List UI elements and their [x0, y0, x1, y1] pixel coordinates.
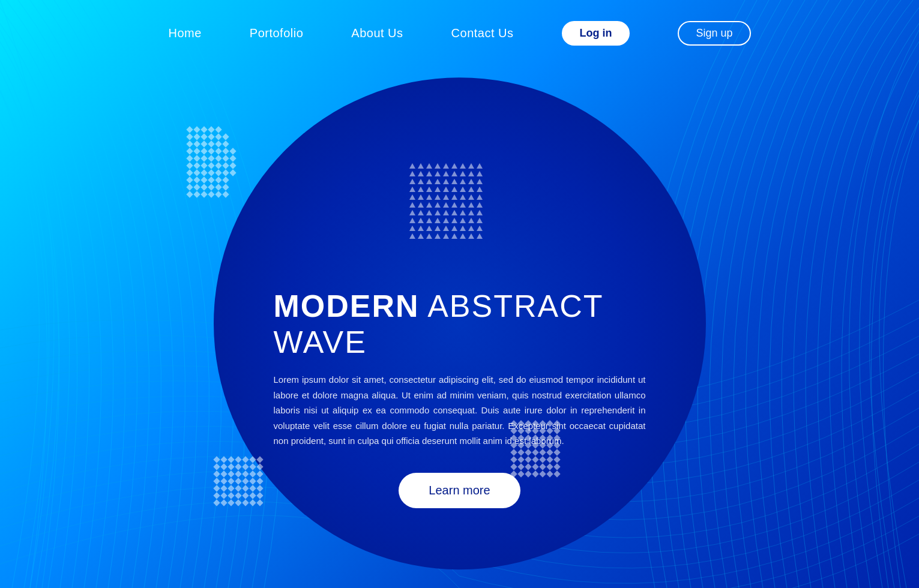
nav-portfolio[interactable]: Portofolio — [250, 26, 304, 40]
hero-body: Lorem ipsum dolor sit amet, consectetur … — [274, 372, 646, 449]
nav-about[interactable]: About Us — [351, 26, 403, 40]
nav-contact[interactable]: Contact Us — [451, 26, 514, 40]
dots-bottom-left: (function() { const container = document… — [213, 456, 264, 506]
hero-content: MODERN ABSTRACT WAVE Lorem ipsum dolor s… — [274, 288, 646, 508]
nav-home[interactable]: Home — [168, 26, 201, 40]
login-button[interactable]: Log in — [562, 21, 630, 46]
hero-title: MODERN ABSTRACT WAVE — [274, 288, 646, 360]
signup-button[interactable]: Sign up — [678, 21, 750, 46]
hero-title-bold: MODERN — [274, 289, 420, 323]
dots-top-right: (function() { const container = document… — [408, 162, 484, 240]
learn-more-button[interactable]: Learn more — [399, 473, 520, 508]
dots-top-left: (function() { const container = document… — [186, 126, 237, 198]
navigation: Home Portofolio About Us Contact Us Log … — [0, 0, 919, 66]
